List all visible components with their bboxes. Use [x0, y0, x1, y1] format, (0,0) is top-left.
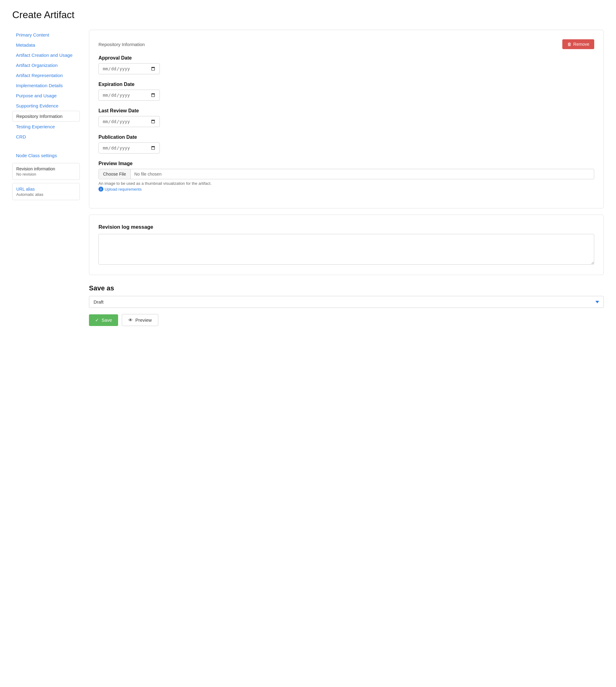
- card-title: Repository Information: [98, 42, 145, 47]
- revision-log-label: Revision log message: [98, 224, 594, 230]
- sidebar-item-crd[interactable]: CRD: [12, 132, 80, 142]
- sidebar-link-metadata[interactable]: Metadata: [16, 42, 35, 48]
- sidebar-item-metadata[interactable]: Metadata: [12, 40, 80, 50]
- revision-info-label: Revision information: [16, 166, 76, 171]
- sidebar-url-alias[interactable]: URL alias Automatic alias: [12, 183, 80, 200]
- sidebar-nav: Primary ContentMetadataArtifact Creation…: [12, 30, 80, 142]
- sidebar-link-crd[interactable]: CRD: [16, 134, 26, 139]
- node-class-link[interactable]: Node Class settings: [16, 153, 57, 158]
- sidebar-link-artifact-organization[interactable]: Artifact Organization: [16, 63, 58, 68]
- save-button[interactable]: ✓ Save: [89, 314, 118, 326]
- sidebar: Primary ContentMetadataArtifact Creation…: [12, 30, 80, 203]
- upload-requirements-link[interactable]: i Upload requirements: [98, 187, 142, 192]
- sidebar-item-supporting-evidence[interactable]: Supporting Evidence: [12, 101, 80, 111]
- url-alias-sub: Automatic alias: [16, 192, 76, 197]
- save-as-select[interactable]: DraftPublishedArchived: [89, 296, 604, 308]
- preview-image-group: Preview Image Choose File No file chosen…: [98, 161, 594, 192]
- publication-date-label: Publication Date: [98, 134, 594, 140]
- revision-log-textarea[interactable]: [98, 234, 594, 265]
- preview-image-label: Preview Image: [98, 161, 594, 166]
- expiration-date-label: Expiration Date: [98, 82, 594, 87]
- sidebar-item-implementation-details[interactable]: Implementation Details: [12, 81, 80, 90]
- publication-date-input[interactable]: [98, 143, 160, 153]
- page-title: Create Artifact: [12, 9, 604, 21]
- sidebar-item-repository-information[interactable]: Repository Information: [12, 111, 80, 122]
- main-content: Repository Information 🗑 Remove Approval…: [89, 30, 604, 326]
- sidebar-item-artifact-creation[interactable]: Artifact Creation and Usage: [12, 50, 80, 60]
- save-label: Save: [102, 317, 112, 323]
- url-alias-link[interactable]: URL alias: [16, 187, 35, 192]
- sidebar-link-purpose-and-usage[interactable]: Purpose and Usage: [16, 93, 57, 98]
- sidebar-link-artifact-representation[interactable]: Artifact Representation: [16, 73, 63, 78]
- last-review-date-label: Last Review Date: [98, 108, 594, 113]
- remove-label: Remove: [573, 42, 589, 47]
- revision-info-sub: No revision: [16, 172, 76, 176]
- remove-button[interactable]: 🗑 Remove: [562, 39, 594, 49]
- trash-icon: 🗑: [567, 42, 572, 47]
- sidebar-link-implementation-details[interactable]: Implementation Details: [16, 83, 63, 88]
- info-icon: i: [98, 187, 103, 192]
- sidebar-item-primary-content[interactable]: Primary Content: [12, 30, 80, 40]
- last-review-date-input[interactable]: [98, 116, 160, 127]
- sidebar-link-artifact-creation[interactable]: Artifact Creation and Usage: [16, 52, 72, 58]
- sidebar-link-testing-experience[interactable]: Testing Experience: [16, 124, 55, 129]
- sidebar-link-primary-content[interactable]: Primary Content: [16, 32, 49, 38]
- sidebar-item-purpose-and-usage[interactable]: Purpose and Usage: [12, 90, 80, 101]
- approval-date-input[interactable]: [98, 63, 160, 74]
- expiration-date-input[interactable]: [98, 90, 160, 101]
- sidebar-item-node-class[interactable]: Node Class settings: [12, 151, 80, 160]
- upload-requirements-label: Upload requirements: [105, 187, 142, 192]
- revision-card: Revision log message: [89, 215, 604, 275]
- sidebar-item-artifact-organization[interactable]: Artifact Organization: [12, 60, 80, 70]
- action-buttons: ✓ Save 👁 Preview: [89, 314, 604, 326]
- sidebar-revision-info: Revision information No revision: [12, 163, 80, 180]
- sidebar-meta-section: Node Class settings Revision information…: [12, 151, 80, 200]
- save-section: Save as DraftPublishedArchived ✓ Save 👁 …: [89, 284, 604, 326]
- choose-file-button[interactable]: Choose File: [99, 169, 131, 179]
- eye-icon: 👁: [128, 317, 133, 323]
- preview-button[interactable]: 👁 Preview: [122, 314, 158, 326]
- file-name-display: No file chosen: [131, 169, 594, 179]
- last-review-date-group: Last Review Date: [98, 108, 594, 127]
- expiration-date-group: Expiration Date: [98, 82, 594, 101]
- file-hint: An image to be used as a thumbnail visua…: [98, 181, 594, 186]
- publication-date-group: Publication Date: [98, 134, 594, 153]
- sidebar-item-artifact-representation[interactable]: Artifact Representation: [12, 70, 80, 81]
- sidebar-item-testing-experience[interactable]: Testing Experience: [12, 122, 80, 132]
- approval-date-group: Approval Date: [98, 55, 594, 74]
- save-as-label: Save as: [89, 284, 604, 292]
- card-header: Repository Information 🗑 Remove: [98, 39, 594, 49]
- repository-card: Repository Information 🗑 Remove Approval…: [89, 30, 604, 209]
- checkmark-icon: ✓: [95, 317, 99, 323]
- sidebar-link-supporting-evidence[interactable]: Supporting Evidence: [16, 103, 58, 108]
- approval-date-label: Approval Date: [98, 55, 594, 61]
- preview-label: Preview: [135, 317, 152, 323]
- file-input-wrapper: Choose File No file chosen: [98, 169, 594, 179]
